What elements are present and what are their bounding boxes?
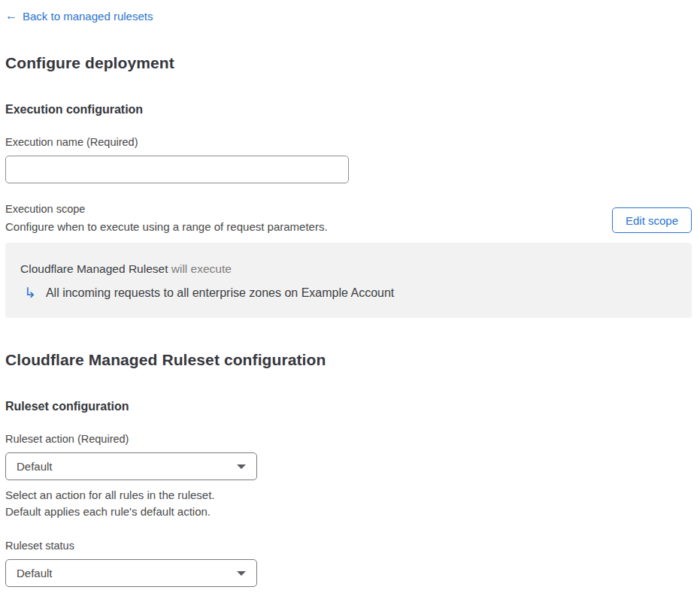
- summary-scope-text: All incoming requests to all enterprise …: [46, 286, 394, 300]
- ruleset-action-help-line1: Select an action for all rules in the ru…: [5, 487, 700, 504]
- ruleset-configuration-heading: Ruleset configuration: [5, 400, 700, 413]
- execution-scope-description: Configure when to execute using a range …: [5, 220, 328, 233]
- execution-name-input[interactable]: [5, 156, 349, 183]
- ruleset-configuration-title: Cloudflare Managed Ruleset configuration: [5, 351, 700, 369]
- ruleset-status-value: Default: [17, 567, 53, 579]
- ruleset-action-label: Ruleset action (Required): [5, 433, 700, 445]
- execution-summary-box: Cloudflare Managed Ruleset will execute …: [5, 243, 692, 318]
- back-to-managed-rulesets-link[interactable]: ← Back to managed rulesets: [5, 10, 153, 23]
- summary-ruleset-name: Cloudflare Managed Ruleset: [20, 262, 168, 275]
- back-arrow-icon: ←: [5, 10, 17, 22]
- chevron-down-icon: [237, 571, 246, 576]
- ruleset-action-select[interactable]: Default: [5, 452, 257, 480]
- summary-will-execute: will execute: [168, 262, 231, 275]
- execution-scope-text: Execution scope Configure when to execut…: [5, 203, 328, 233]
- ruleset-status-select[interactable]: Default: [5, 559, 257, 587]
- execution-configuration-heading: Execution configuration: [5, 103, 700, 116]
- ruleset-action-help: Select an action for all rules in the ru…: [5, 487, 700, 520]
- ruleset-action-help-line2: Default applies each rule's default acti…: [5, 504, 700, 520]
- configure-deployment-page: ← Back to managed rulesets Configure dep…: [0, 0, 700, 596]
- execution-scope-label: Execution scope: [5, 203, 328, 215]
- summary-headline: Cloudflare Managed Ruleset will execute: [20, 262, 677, 276]
- ruleset-status-label: Ruleset status: [5, 540, 700, 552]
- hook-arrow-icon: ↳: [24, 286, 36, 300]
- summary-scope-line: ↳ All incoming requests to all enterpris…: [24, 286, 677, 300]
- edit-scope-button[interactable]: Edit scope: [612, 207, 692, 233]
- ruleset-action-value: Default: [17, 460, 53, 473]
- execution-name-label: Execution name (Required): [5, 136, 700, 148]
- chevron-down-icon: [237, 464, 246, 469]
- page-title: Configure deployment: [5, 54, 700, 72]
- execution-scope-row: Execution scope Configure when to execut…: [5, 203, 692, 233]
- back-link-label: Back to managed rulesets: [23, 10, 153, 23]
